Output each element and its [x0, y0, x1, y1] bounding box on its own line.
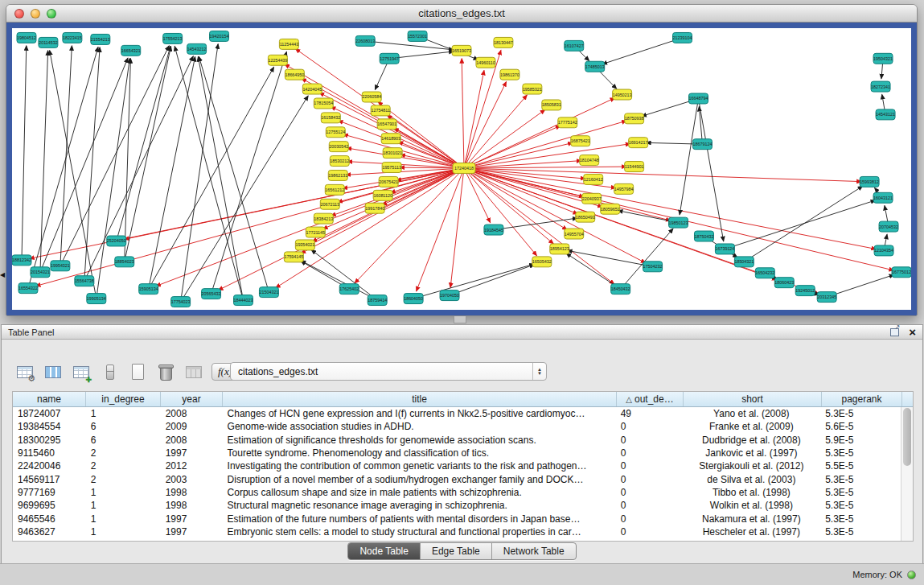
- graph-node[interactable]: 20672113: [320, 199, 339, 209]
- graph-edge[interactable]: [40, 51, 48, 272]
- graph-node[interactable]: 19184545: [484, 225, 503, 235]
- graph-node[interactable]: 18504321: [734, 257, 754, 267]
- graph-edge[interactable]: [464, 109, 545, 168]
- graph-edge[interactable]: [22, 46, 27, 260]
- graph-edge[interactable]: [464, 95, 527, 168]
- table-row[interactable]: 969969511998Structural magnetic resonanc…: [13, 499, 901, 512]
- graph-node[interactable]: 16547901: [377, 119, 396, 130]
- graph-node[interactable]: 18530212: [330, 156, 349, 167]
- graph-node[interactable]: 19905134: [87, 294, 106, 304]
- graph-node[interactable]: 18223415: [63, 32, 82, 43]
- close-panel-icon[interactable]: ×: [909, 327, 916, 338]
- graph-node[interactable]: 17815054: [314, 98, 333, 109]
- zoom-window-button[interactable]: [47, 9, 56, 19]
- graph-node[interactable]: 14543121: [876, 109, 895, 120]
- graph-edge[interactable]: [355, 168, 464, 283]
- graph-node[interactable]: 22060584: [362, 92, 381, 102]
- graph-edge[interactable]: [211, 51, 287, 294]
- graph-edge[interactable]: [680, 99, 698, 215]
- table-row[interactable]: 1872400712008Changes of HCN gene express…: [13, 407, 901, 420]
- graph-node[interactable]: 14204045: [302, 84, 322, 94]
- graph-edge[interactable]: [149, 57, 195, 290]
- column-header-name[interactable]: name: [13, 392, 86, 406]
- graph-node[interactable]: 18664950: [285, 69, 304, 80]
- graph-edge[interactable]: [276, 168, 464, 288]
- scrollbar-thumb[interactable]: [903, 408, 911, 466]
- graph-node[interactable]: 14957984: [614, 183, 634, 194]
- graph-node[interactable]: 16875421: [571, 136, 590, 146]
- minimize-window-button[interactable]: [31, 9, 40, 19]
- graph-node[interactable]: 12160412: [584, 174, 603, 184]
- graph-node[interactable]: 16081120: [373, 190, 392, 200]
- graph-node[interactable]: 19354021: [295, 240, 314, 250]
- graph-node[interactable]: 21504321: [259, 287, 278, 298]
- graph-node[interactable]: 18450432: [611, 284, 630, 295]
- graph-node[interactable]: 19504321: [873, 53, 893, 64]
- graph-edge[interactable]: [413, 264, 534, 299]
- column-header-year[interactable]: year: [161, 392, 223, 406]
- graph-node[interactable]: 16043121: [873, 192, 893, 203]
- network-canvas[interactable]: 1724041811254443122544391866495014204045…: [12, 28, 911, 310]
- graph-node[interactable]: 18679124: [692, 139, 712, 150]
- graph-edge[interactable]: [462, 59, 464, 168]
- graph-node[interactable]: 19917840: [365, 203, 384, 213]
- graph-node[interactable]: 18954123: [550, 244, 569, 254]
- table-selector-dropdown[interactable]: citations_edges.txt: [230, 362, 547, 381]
- graph-node[interactable]: 19245012: [795, 286, 815, 296]
- graph-node[interactable]: 16504232: [755, 268, 774, 278]
- graph-node[interactable]: 17554213: [163, 33, 183, 43]
- graph-node[interactable]: 22608013: [355, 35, 375, 46]
- graph-edge[interactable]: [339, 121, 464, 168]
- graph-node[interactable]: 12755124: [326, 127, 345, 138]
- graph-node[interactable]: 14955704: [565, 229, 584, 239]
- column-header-title[interactable]: title: [223, 392, 617, 406]
- delete-table-icon[interactable]: [155, 361, 176, 382]
- graph-node[interactable]: 20114532: [39, 37, 58, 47]
- graph-node[interactable]: 19804512: [17, 32, 36, 43]
- tab-network-table[interactable]: Network Table: [492, 543, 576, 559]
- graph-edge[interactable]: [464, 144, 630, 168]
- graph-edge[interactable]: [175, 47, 243, 300]
- graph-edge[interactable]: [60, 46, 72, 266]
- graph-node[interactable]: 18650493: [576, 212, 595, 222]
- graph-node[interactable]: 17721145: [306, 227, 325, 237]
- graph-node[interactable]: 18750938: [625, 113, 644, 124]
- graph-edge[interactable]: [149, 67, 274, 289]
- window-titlebar[interactable]: citations_edges.txt: [6, 5, 917, 23]
- column-header-pagerank[interactable]: pagerank: [822, 392, 902, 406]
- graph-node[interactable]: 14960110: [476, 57, 495, 68]
- graph-edge[interactable]: [343, 134, 464, 168]
- graph-edge[interactable]: [125, 168, 464, 239]
- graph-edge[interactable]: [827, 274, 893, 297]
- graph-edge[interactable]: [125, 47, 171, 262]
- graph-node[interactable]: 16654321: [121, 45, 141, 56]
- graph-node[interactable]: 19420154: [210, 31, 229, 41]
- close-window-button[interactable]: [14, 9, 24, 19]
- memory-status-button[interactable]: Memory: OK: [852, 570, 916, 579]
- graph-node[interactable]: 19575113: [382, 163, 401, 173]
- graph-edge[interactable]: [117, 46, 170, 241]
- graph-node[interactable]: 18812342: [12, 255, 31, 266]
- graph-edge[interactable]: [464, 82, 507, 168]
- graph-node[interactable]: 20030542: [329, 142, 348, 152]
- graph-edge[interactable]: [181, 44, 219, 302]
- graph-node[interactable]: 14543212: [187, 43, 207, 54]
- graph-node[interactable]: 14618903: [381, 134, 400, 144]
- table-row[interactable]: 977716911998Corpus callosum shape and si…: [13, 486, 901, 499]
- graph-edge[interactable]: [725, 200, 875, 249]
- graph-node[interactable]: 17240418: [453, 163, 475, 174]
- graph-node[interactable]: 18759414: [368, 295, 387, 306]
- graph-node[interactable]: 17594145: [284, 252, 303, 262]
- collapse-panel-arrow-icon[interactable]: [0, 270, 6, 280]
- graph-node[interactable]: 20704532: [879, 221, 898, 232]
- graph-node[interactable]: 12754811: [371, 105, 390, 116]
- graph-node[interactable]: 16914217: [629, 138, 648, 148]
- graph-node[interactable]: 19861370: [500, 69, 519, 80]
- column-header-out_degree[interactable]: △out_de…: [617, 392, 684, 406]
- table-row[interactable]: 2242004622012Investigating the contribut…: [13, 459, 901, 472]
- graph-node[interactable]: 15572301: [408, 31, 427, 41]
- graph-node[interactable]: 21239104: [673, 32, 692, 43]
- window-resize-grip[interactable]: [454, 316, 466, 323]
- graph-edge[interactable]: [698, 99, 723, 241]
- graph-node[interactable]: 19704050: [440, 290, 459, 301]
